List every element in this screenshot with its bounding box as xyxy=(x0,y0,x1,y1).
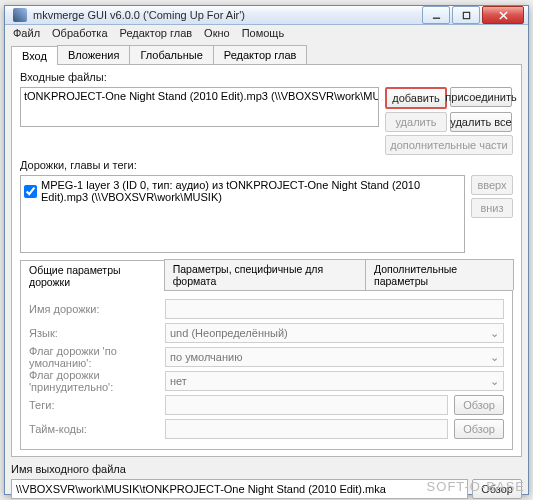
chevron-down-icon: ⌄ xyxy=(490,351,499,364)
track-name-label: Имя дорожки: xyxy=(29,303,159,315)
input-files-list[interactable]: tONKPROJECT-One Night Stand (2010 Edit).… xyxy=(20,87,379,127)
minimize-button[interactable] xyxy=(422,6,450,24)
titlebar[interactable]: mkvmerge GUI v6.0.0 ('Coming Up For Air'… xyxy=(5,6,528,25)
track-checkbox[interactable] xyxy=(24,185,37,198)
tags-label: Теги: xyxy=(29,399,159,411)
move-up-button[interactable]: вверх xyxy=(471,175,513,195)
maximize-button[interactable] xyxy=(452,6,480,24)
tab-input[interactable]: Вход xyxy=(11,46,58,65)
app-icon xyxy=(13,8,27,22)
forced-flag-select[interactable]: нет⌄ xyxy=(165,371,504,391)
chevron-down-icon: ⌄ xyxy=(490,375,499,388)
tab-attachments[interactable]: Вложения xyxy=(57,45,131,64)
move-down-button[interactable]: вниз xyxy=(471,198,513,218)
tracks-list[interactable]: MPEG-1 layer 3 (ID 0, тип: аудио) из tON… xyxy=(20,175,465,253)
tab-chapter-editor[interactable]: Редактор глав xyxy=(213,45,308,64)
timecodes-browse-button[interactable]: Обзор xyxy=(454,419,504,439)
output-label: Имя выходного файла xyxy=(11,463,522,475)
output-file-field[interactable] xyxy=(11,479,468,499)
forced-flag-label: Флаг дорожки 'принудительно': xyxy=(29,369,159,393)
language-label: Язык: xyxy=(29,327,159,339)
tracks-label: Дорожки, главы и теги: xyxy=(20,159,513,171)
menu-file[interactable]: Файл xyxy=(7,25,46,41)
language-select[interactable]: und (Неопределённый)⌄ xyxy=(165,323,504,343)
remove-button[interactable]: удалить xyxy=(385,112,447,132)
menu-chapters[interactable]: Редактор глав xyxy=(114,25,199,41)
chevron-down-icon: ⌄ xyxy=(490,327,499,340)
main-tabs: Вход Вложения Глобальные Редактор глав xyxy=(11,45,522,65)
timecodes-field[interactable] xyxy=(165,419,448,439)
output-browse-button[interactable]: Обзор xyxy=(472,479,522,499)
remove-all-button[interactable]: удалить все xyxy=(450,112,512,132)
track-name-field[interactable] xyxy=(165,299,504,319)
menu-window[interactable]: Окно xyxy=(198,25,236,41)
track-text: MPEG-1 layer 3 (ID 0, тип: аудио) из tON… xyxy=(41,179,461,203)
svg-rect-1 xyxy=(463,12,469,18)
default-flag-label: Флаг дорожки 'по умолчанию': xyxy=(29,345,159,369)
additional-parts-button[interactable]: дополнительные части xyxy=(385,135,513,155)
add-button[interactable]: добавить xyxy=(385,87,447,109)
window-title: mkvmerge GUI v6.0.0 ('Coming Up For Air'… xyxy=(33,9,420,21)
tags-field[interactable] xyxy=(165,395,448,415)
tab-global[interactable]: Глобальные xyxy=(129,45,213,64)
default-flag-select[interactable]: по умолчанию⌄ xyxy=(165,347,504,367)
subtab-format[interactable]: Параметры, специфичные для формата xyxy=(164,259,366,290)
menu-process[interactable]: Обработка xyxy=(46,25,113,41)
track-item[interactable]: MPEG-1 layer 3 (ID 0, тип: аудио) из tON… xyxy=(24,179,461,203)
timecodes-label: Тайм-коды: xyxy=(29,423,159,435)
close-button[interactable] xyxy=(482,6,524,24)
subtab-general[interactable]: Общие параметры дорожки xyxy=(20,260,165,291)
append-button[interactable]: присоединить xyxy=(450,87,512,107)
menu-help[interactable]: Помощь xyxy=(236,25,291,41)
input-files-label: Входные файлы: xyxy=(20,71,513,83)
menubar: Файл Обработка Редактор глав Окно Помощь xyxy=(5,25,528,41)
tags-browse-button[interactable]: Обзор xyxy=(454,395,504,415)
subtab-extra[interactable]: Дополнительные параметры xyxy=(365,259,514,290)
